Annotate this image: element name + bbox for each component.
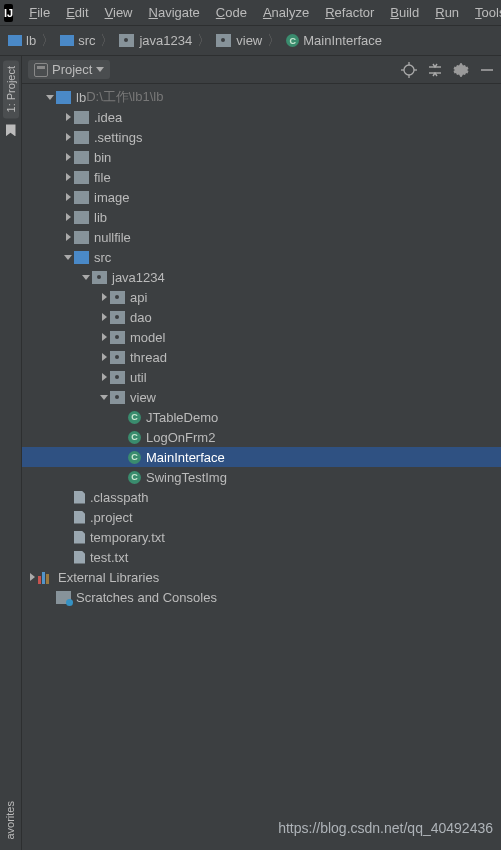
tree-arrow-icon[interactable] [98, 373, 110, 381]
tree-item-label: LogOnFrm2 [146, 430, 215, 445]
tree-item--classpath[interactable]: .classpath [22, 487, 501, 507]
project-tool-tab[interactable]: 1: Project [3, 60, 19, 118]
app-icon: IJ [4, 4, 13, 22]
breadcrumb-lb[interactable]: lb [6, 33, 38, 48]
tree-item-maininterface[interactable]: CMainInterface [22, 447, 501, 467]
tree-item-image[interactable]: image [22, 187, 501, 207]
tree-item-label: java1234 [112, 270, 165, 285]
breadcrumb-view[interactable]: view [214, 33, 264, 48]
tree-arrow-icon[interactable] [80, 275, 92, 280]
tree-item-file[interactable]: file [22, 167, 501, 187]
file-icon [74, 551, 85, 564]
tree-item-label: External Libraries [58, 570, 159, 585]
scratch-icon [56, 591, 71, 604]
tree-item-test-txt[interactable]: test.txt [22, 547, 501, 567]
tree-item-thread[interactable]: thread [22, 347, 501, 367]
tree-item-label: nullfile [94, 230, 131, 245]
tree-item-bin[interactable]: bin [22, 147, 501, 167]
tree-arrow-icon[interactable] [26, 573, 38, 581]
tree-item-label: thread [130, 350, 167, 365]
tree-item-jtabledemo[interactable]: CJTableDemo [22, 407, 501, 427]
tree-item-logonfrm2[interactable]: CLogOnFrm2 [22, 427, 501, 447]
tree-item-util[interactable]: util [22, 367, 501, 387]
minimize-icon[interactable] [479, 62, 495, 78]
folder-icon [74, 171, 89, 184]
tree-arrow-icon[interactable] [62, 173, 74, 181]
tree-item-label: SwingTestImg [146, 470, 227, 485]
pkg-icon [110, 391, 125, 404]
menu-navigate[interactable]: Navigate [141, 3, 208, 22]
tree-arrow-icon[interactable] [44, 95, 56, 100]
tree-item-src[interactable]: src [22, 247, 501, 267]
package-icon [216, 34, 231, 47]
breadcrumb-label: java1234 [139, 33, 192, 48]
favorites-tool-tab[interactable]: avorites [2, 795, 18, 846]
menu-refactor[interactable]: Refactor [317, 3, 382, 22]
project-view-selector[interactable]: Project [28, 60, 110, 79]
tree-item-label: lb [76, 90, 86, 105]
menu-tools[interactable]: Tools [467, 3, 501, 22]
pkg-icon [110, 371, 125, 384]
tree-arrow-icon[interactable] [62, 193, 74, 201]
menu-run[interactable]: Run [427, 3, 467, 22]
tree-item-external-libraries[interactable]: External Libraries [22, 567, 501, 587]
tree-item-lib[interactable]: lib [22, 207, 501, 227]
project-tree[interactable]: lb D:\工作\lb1\lb.idea.settingsbinfileimag… [22, 84, 501, 850]
menu-file[interactable]: File [21, 3, 58, 22]
tree-item-dao[interactable]: dao [22, 307, 501, 327]
tree-arrow-icon[interactable] [62, 213, 74, 221]
tree-item-swingtestimg[interactable]: CSwingTestImg [22, 467, 501, 487]
tree-item-label: .classpath [90, 490, 149, 505]
tree-arrow-icon[interactable] [62, 233, 74, 241]
tree-item-label: dao [130, 310, 152, 325]
tree-item-label: api [130, 290, 147, 305]
breadcrumb-label: src [78, 33, 95, 48]
tree-arrow-icon[interactable] [98, 353, 110, 361]
tree-arrow-icon[interactable] [62, 153, 74, 161]
pkg-icon [92, 271, 107, 284]
tree-item-label: Scratches and Consoles [76, 590, 217, 605]
menu-code[interactable]: Code [208, 3, 255, 22]
tree-arrow-icon[interactable] [62, 113, 74, 121]
tree-item-scratches-and-consoles[interactable]: Scratches and Consoles [22, 587, 501, 607]
tree-item--idea[interactable]: .idea [22, 107, 501, 127]
breadcrumb-src[interactable]: src [58, 33, 97, 48]
tree-arrow-icon[interactable] [62, 255, 74, 260]
chevron-down-icon [96, 67, 104, 72]
tree-item-api[interactable]: api [22, 287, 501, 307]
menu-analyze[interactable]: Analyze [255, 3, 317, 22]
breadcrumb-separator: 〉 [264, 32, 284, 50]
breadcrumb-java1234[interactable]: java1234 [117, 33, 194, 48]
tree-item-nullfile[interactable]: nullfile [22, 227, 501, 247]
breadcrumb-maininterface[interactable]: CMainInterface [284, 33, 384, 48]
locate-icon[interactable] [401, 62, 417, 78]
tree-item--project[interactable]: .project [22, 507, 501, 527]
tree-arrow-icon[interactable] [98, 293, 110, 301]
menu-view[interactable]: View [97, 3, 141, 22]
folder-icon [74, 231, 89, 244]
tree-item-label: model [130, 330, 165, 345]
file-icon [74, 531, 85, 544]
tree-item--settings[interactable]: .settings [22, 127, 501, 147]
tree-item-label: .project [90, 510, 133, 525]
tree-item-label: temporary.txt [90, 530, 165, 545]
bookmark-icon[interactable] [6, 124, 16, 136]
gear-icon[interactable] [453, 62, 469, 78]
tree-arrow-icon[interactable] [98, 333, 110, 341]
tree-item-view[interactable]: view [22, 387, 501, 407]
tree-item-java1234[interactable]: java1234 [22, 267, 501, 287]
tree-item-model[interactable]: model [22, 327, 501, 347]
tree-arrow-icon[interactable] [98, 313, 110, 321]
folder-icon [74, 151, 89, 164]
tree-arrow-icon[interactable] [98, 395, 110, 400]
class-icon: C [128, 451, 141, 464]
pkg-icon [110, 291, 125, 304]
menu-build[interactable]: Build [382, 3, 427, 22]
project-icon [34, 63, 48, 77]
tree-item-temporary-txt[interactable]: temporary.txt [22, 527, 501, 547]
tree-item-lb[interactable]: lb D:\工作\lb1\lb [22, 87, 501, 107]
menu-edit[interactable]: Edit [58, 3, 96, 22]
tree-arrow-icon[interactable] [62, 133, 74, 141]
pkg-icon [110, 331, 125, 344]
collapse-icon[interactable] [427, 62, 443, 78]
